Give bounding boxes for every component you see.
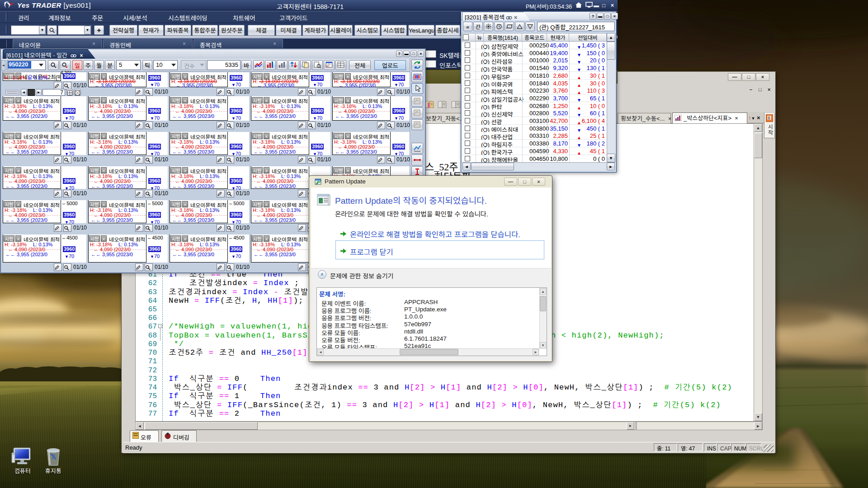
- svg-text:!: !: [268, 61, 269, 65]
